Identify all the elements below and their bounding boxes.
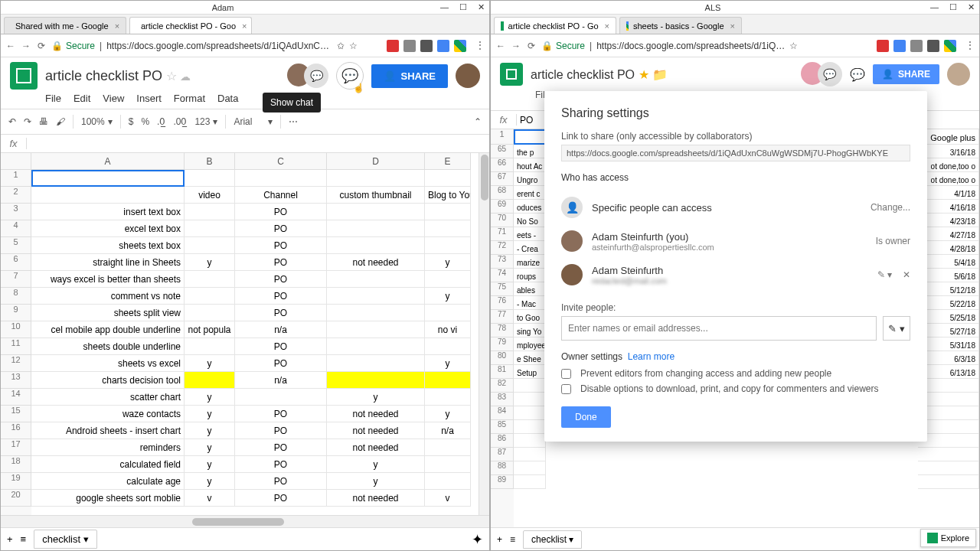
extension-icon[interactable] [420,40,433,52]
row-header[interactable]: 5 [1,237,31,254]
cell[interactable]: not needed [327,422,425,439]
close-icon[interactable]: ✕ [968,2,975,12]
dec-less-button[interactable]: .0̲ [157,116,165,127]
share-button[interactable]: 👤 SHARE [873,64,939,84]
row-header[interactable]: 17 [1,439,31,456]
cell[interactable] [918,379,979,393]
cell[interactable]: reminders [31,439,185,456]
reload-icon[interactable]: ⟳ [36,41,47,51]
menu-insert[interactable]: Insert [136,93,162,104]
cell[interactable] [327,305,425,321]
row-header[interactable]: 19 [1,473,31,490]
cell[interactable]: y [185,254,235,271]
cell[interactable]: not needed [327,254,425,271]
row-header[interactable]: 4 [1,220,31,237]
cell[interactable]: ot done,too o [918,172,979,186]
cell[interactable]: sheets double underline [31,338,185,355]
number-format-select[interactable]: 123 ▾ [194,116,217,127]
cell[interactable] [425,220,471,237]
row-header[interactable]: 3 [1,204,31,220]
cell[interactable]: charts decision tool [31,372,185,389]
cell[interactable]: Blog to You [425,187,471,204]
cell[interactable]: PO [235,305,327,321]
cell[interactable] [514,461,546,475]
cell[interactable]: n/a [235,372,327,389]
cell[interactable]: hout Ac [514,158,546,172]
disable-download-checkbox[interactable] [561,384,571,394]
extension-icon[interactable] [893,40,906,52]
menu-icon[interactable]: ⋮ [475,40,485,52]
move-icon[interactable]: ☁ [180,70,191,83]
cell[interactable] [185,170,235,187]
extension-icon[interactable] [927,40,939,52]
invite-input[interactable] [561,316,877,341]
cell[interactable]: insert text box [31,204,185,220]
left-hscroll[interactable] [1,515,489,527]
reload-icon[interactable]: ⟳ [526,41,537,51]
menu-edit[interactable]: Edit [74,93,90,104]
cell[interactable]: cel mobile app double underline [31,321,185,338]
extension-icon[interactable] [437,40,449,52]
cell[interactable] [918,393,979,406]
row-header[interactable]: 14 [1,389,31,406]
cell[interactable]: PO [235,237,327,254]
cell[interactable]: PO [235,254,327,271]
cell[interactable]: y [185,439,235,456]
cell[interactable] [514,129,546,145]
cell[interactable]: - Crea [514,241,546,255]
cell[interactable] [185,204,235,220]
row-header[interactable]: 12 [1,355,31,372]
cell[interactable] [514,379,546,393]
permission-pencil-icon[interactable]: ✎ ▾ [877,269,892,280]
cell[interactable] [425,456,471,473]
back-icon[interactable]: ← [495,41,506,51]
share-button[interactable]: 👤 SHARE [371,64,448,88]
cell[interactable]: scatter chart [31,389,185,406]
cell[interactable] [327,271,425,288]
cell[interactable]: ables [514,282,546,296]
cell[interactable]: 4/23/18 [918,214,979,227]
cell[interactable] [31,170,185,187]
cell[interactable]: 3/16/18 [918,145,979,158]
explore-icon[interactable]: ✦ [472,531,483,548]
column-header[interactable]: C [235,153,327,170]
cell[interactable]: PO [235,456,327,473]
add-sheet-icon[interactable]: + [7,533,13,545]
cell[interactable]: sheets split view [31,305,185,321]
cell[interactable] [514,448,546,461]
cell[interactable]: y [185,355,235,372]
row-header[interactable]: 13 [1,372,31,389]
tab-close-icon[interactable]: × [605,21,609,31]
zoom-select[interactable]: 100% ▾ [81,116,113,127]
cell[interactable]: 4/1/18 [918,186,979,200]
column-header[interactable]: E [425,153,471,170]
dec-more-button[interactable]: .00̲ [173,116,187,127]
collapse-toolbar-icon[interactable]: ⌃ [474,116,482,127]
cell[interactable]: excel text box [31,220,185,237]
star-icon[interactable]: ☆ [166,70,177,83]
show-chat-button[interactable]: 💬 ☝ [336,62,364,90]
explore-button[interactable]: Explore [920,529,976,547]
cell[interactable] [327,338,425,355]
column-header[interactable]: A [31,153,185,170]
close-icon[interactable]: ✕ [478,2,485,12]
account-avatar[interactable] [456,64,480,88]
tab-close-icon[interactable]: × [730,21,735,31]
cell[interactable]: PO [235,220,327,237]
cell[interactable]: No So [514,214,546,227]
cell[interactable]: Setup [514,365,546,379]
cell[interactable]: PO [235,422,327,439]
cell[interactable]: y [185,406,235,422]
extension-icon[interactable] [877,40,889,52]
cell[interactable]: 5/27/18 [918,324,979,337]
cell[interactable] [327,204,425,220]
cell[interactable]: 4/16/18 [918,200,979,214]
share-link-input[interactable]: https://docs.google.com/spreadsheets/d/1… [561,145,910,161]
star-icon[interactable]: ★ [639,68,649,81]
cell[interactable] [918,448,979,461]
menu-icon[interactable]: ⋮ [965,40,975,52]
cell[interactable] [918,461,979,475]
cell[interactable]: PO [235,439,327,456]
maximize-icon[interactable]: ☐ [459,2,467,12]
percent-button[interactable]: % [141,116,149,127]
